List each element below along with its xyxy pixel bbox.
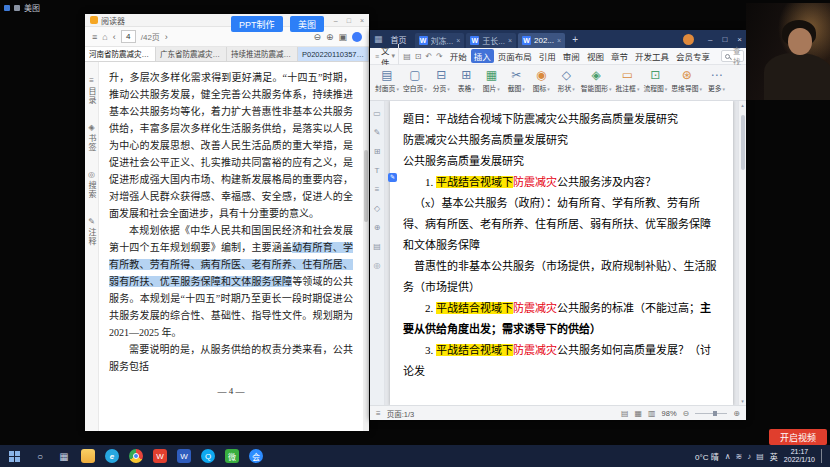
sidebar-tool-button[interactable]: ◎ 搜索 <box>86 170 97 199</box>
ribbon-tab[interactable]: 开发工具 <box>632 49 672 63</box>
undo-icon[interactable]: ↶ <box>425 52 432 61</box>
close-tab-icon[interactable]: × <box>456 37 460 44</box>
rail-tool-icon[interactable]: ⊕ <box>374 223 381 232</box>
new-tab-button[interactable]: + <box>568 34 582 45</box>
zoom-out-button[interactable]: ⊖ <box>683 409 690 418</box>
rail-tool-icon[interactable]: ◎ <box>374 261 381 270</box>
rail-tool-icon[interactable]: ▭ <box>373 109 381 118</box>
ribbon-tab[interactable]: 插入 <box>471 49 494 63</box>
ribbon-tab[interactable]: 开始 <box>447 49 470 63</box>
page-number-input[interactable] <box>121 30 136 43</box>
ribbon-button[interactable]: ⊡ 流程图 <box>641 68 669 93</box>
ribbon-button[interactable]: ✂ 截图 <box>504 68 529 93</box>
zoom-out-button[interactable]: ⊖ <box>313 32 321 42</box>
ribbon-button[interactable]: ◈ 智能图形 <box>579 68 614 93</box>
document-tab[interactable]: W 202... × <box>518 33 565 48</box>
ime-indicator[interactable]: 英 <box>770 451 778 462</box>
start-video-button[interactable]: 开启视频 <box>769 429 827 445</box>
sidebar-tool-button[interactable]: ◈ 书签 <box>86 123 97 152</box>
pdf-document-tab[interactable]: 持续推进防震减灾基本公共... <box>227 47 298 61</box>
ribbon-tab[interactable]: 视图 <box>584 49 607 63</box>
ribbon-tab[interactable]: 会员专享 <box>673 49 713 63</box>
taskbar-app-icon[interactable]: ○ <box>28 445 52 467</box>
home-icon[interactable]: ⌂ <box>102 32 107 42</box>
user-avatar[interactable] <box>683 34 694 45</box>
redo-icon[interactable]: ↷ <box>436 52 443 61</box>
tray-icon[interactable]: ♪ <box>747 452 751 461</box>
scrollbar-thumb[interactable] <box>741 115 745 170</box>
maximize-button[interactable]: □ <box>347 17 351 24</box>
ribbon-button[interactable]: ⊛ 思维导图 <box>669 68 704 93</box>
rail-tool-icon[interactable]: ◇ <box>374 204 380 213</box>
taskbar-app-icon[interactable]: 微 <box>220 445 244 467</box>
ribbon-button[interactable]: ⊟ 分页 <box>429 68 454 93</box>
pdf-document-tab[interactable]: P02022011035704... <box>298 47 369 61</box>
document-tab[interactable]: W 王长... × <box>466 33 516 48</box>
zoom-slider-thumb[interactable] <box>713 411 717 416</box>
taskbar-app-icon[interactable] <box>76 445 100 467</box>
taskbar-app-icon[interactable]: W <box>148 445 172 467</box>
sidebar-tool-button[interactable]: ≡ 目录 <box>86 76 97 105</box>
app-menu-icon[interactable]: ▦ <box>374 34 383 44</box>
zoom-slider[interactable] <box>695 413 727 414</box>
clock[interactable]: 21:17 2022/1/10 <box>784 448 815 464</box>
taskbar-app-icon[interactable]: e <box>100 445 124 467</box>
close-tab-icon[interactable]: × <box>557 37 561 44</box>
page-view-icon[interactable]: ▤ <box>621 409 629 418</box>
minimize-button[interactable]: – <box>334 17 338 24</box>
taskbar-app-icon[interactable]: 会 <box>244 445 268 467</box>
zoom-in-button[interactable]: ⊕ <box>326 32 334 42</box>
start-button[interactable] <box>0 445 28 467</box>
taskbar-app-icon[interactable]: ● <box>124 445 148 467</box>
document-tab[interactable]: W 刘冻... × <box>415 33 465 48</box>
close-button[interactable]: × <box>737 35 742 44</box>
document-page[interactable]: ✎ 题目：平战结合视域下防震减灾公共服务高质量发展研究 防震减灾公共服务高质量发… <box>390 101 733 405</box>
taskbar-app-icon[interactable]: ▦ <box>52 445 76 467</box>
ribbon-button[interactable]: ▢ 空白页 <box>401 68 429 93</box>
ribbon-button[interactable]: ⊞ 表格 <box>454 68 479 93</box>
rail-tool-icon[interactable]: ≡ <box>375 185 380 194</box>
home-tab[interactable]: 首页 <box>386 34 412 45</box>
rail-tool-icon[interactable]: ⊞ <box>374 147 381 156</box>
scrollbar-thumb[interactable] <box>364 150 368 222</box>
pdf-document-tab[interactable]: 河南省防震减灾公共服务发... <box>85 47 156 61</box>
ribbon-tab[interactable]: 章节 <box>608 49 631 63</box>
close-button[interactable]: × <box>360 17 364 24</box>
close-tab-icon[interactable]: × <box>508 37 512 44</box>
pdf-document-tab[interactable]: 广东省防震减灾公共服务标... <box>156 47 227 61</box>
meitu-button[interactable]: 美图 <box>290 16 324 32</box>
ribbon-button[interactable]: ▭ 批注框 <box>614 68 642 93</box>
rail-tool-icon[interactable]: ✎ <box>374 128 381 137</box>
weather-widget[interactable]: 0°C 晴 <box>695 451 719 462</box>
status-menu-icon[interactable]: ≡ <box>376 409 381 418</box>
next-page-button[interactable]: › <box>165 32 168 42</box>
ribbon-button[interactable]: ◉ 图标 <box>529 68 554 93</box>
web-view-icon[interactable]: ▦ <box>634 409 642 418</box>
outline-view-icon[interactable]: ▥ <box>648 409 656 418</box>
rail-tool-icon[interactable]: ▤ <box>373 242 381 251</box>
tray-icon[interactable]: ∧ <box>725 452 731 461</box>
ribbon-tab[interactable]: 页面布局 <box>495 49 535 63</box>
prev-page-button[interactable]: ‹ <box>113 32 116 42</box>
print-icon[interactable]: ⊡ <box>415 52 422 61</box>
minimize-button[interactable]: – <box>708 35 712 44</box>
webcam-video[interactable] <box>746 3 830 100</box>
reader-account-icon[interactable] <box>352 32 362 42</box>
tray-icon[interactable]: ▤ <box>756 452 764 461</box>
scroll-up-icon[interactable]: ▴ <box>739 102 746 108</box>
pdf-scrollbar[interactable] <box>363 62 369 431</box>
taskbar-app-icon[interactable]: W <box>172 445 196 467</box>
ribbon-tab[interactable]: 审阅 <box>560 49 583 63</box>
taskbar-app-icon[interactable]: Q <box>196 445 220 467</box>
ppt-make-button[interactable]: PPT制作 <box>231 16 283 32</box>
maximize-button[interactable]: □ <box>722 35 727 44</box>
document-scrollbar[interactable]: ▴ ▾ <box>738 101 746 405</box>
ribbon-button[interactable]: ◇ 形状 <box>554 68 579 93</box>
fit-page-button[interactable]: ▣ <box>338 32 347 42</box>
search-box[interactable]: 查找 <box>721 50 745 62</box>
tray-icon[interactable]: ≋ <box>736 452 743 461</box>
ribbon-tab[interactable]: 引用 <box>536 49 559 63</box>
rail-tool-icon[interactable]: T <box>375 166 380 175</box>
ribbon-button[interactable]: ▤ 封面页 <box>373 68 401 93</box>
zoom-in-button[interactable]: ⊕ <box>733 409 740 418</box>
